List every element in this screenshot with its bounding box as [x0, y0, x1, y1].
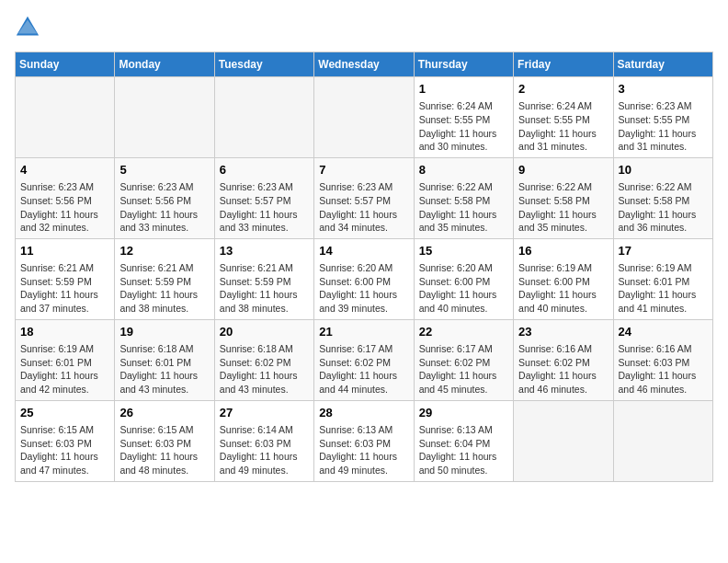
day-number: 21: [319, 324, 408, 340]
day-info: Sunrise: 6:23 AM Sunset: 5:57 PM Dayligh…: [220, 180, 309, 235]
day-info: Sunrise: 6:22 AM Sunset: 5:58 PM Dayligh…: [518, 180, 608, 235]
calendar-table: SundayMondayTuesdayWednesdayThursdayFrid…: [15, 52, 713, 482]
calendar-cell: 12Sunrise: 6:21 AM Sunset: 5:59 PM Dayli…: [115, 238, 214, 319]
day-number: 1: [419, 81, 508, 98]
calendar-cell: [514, 400, 613, 481]
logo-icon: [15, 15, 40, 40]
day-number: 19: [119, 324, 209, 340]
day-info: Sunrise: 6:17 AM Sunset: 6:02 PM Dayligh…: [419, 342, 508, 396]
day-info: Sunrise: 6:13 AM Sunset: 6:03 PM Dayligh…: [319, 423, 408, 477]
calendar-cell: 14Sunrise: 6:20 AM Sunset: 6:00 PM Dayli…: [314, 238, 414, 319]
calendar-cell: 13Sunrise: 6:21 AM Sunset: 5:59 PM Dayli…: [214, 238, 313, 319]
day-info: Sunrise: 6:15 AM Sunset: 6:03 PM Dayligh…: [20, 423, 109, 477]
day-info: Sunrise: 6:17 AM Sunset: 6:02 PM Dayligh…: [319, 342, 408, 396]
day-info: Sunrise: 6:16 AM Sunset: 6:03 PM Dayligh…: [619, 342, 708, 396]
day-number: 17: [619, 243, 708, 259]
calendar-cell: 6Sunrise: 6:23 AM Sunset: 5:57 PM Daylig…: [214, 157, 313, 238]
day-number: 29: [419, 405, 508, 421]
day-info: Sunrise: 6:19 AM Sunset: 6:01 PM Dayligh…: [619, 261, 708, 316]
calendar-cell: 26Sunrise: 6:15 AM Sunset: 6:03 PM Dayli…: [115, 400, 214, 481]
day-number: 23: [518, 324, 608, 340]
calendar-row: 25Sunrise: 6:15 AM Sunset: 6:03 PM Dayli…: [16, 400, 713, 481]
day-number: 28: [319, 405, 408, 421]
day-info: Sunrise: 6:18 AM Sunset: 6:01 PM Dayligh…: [119, 342, 209, 396]
logo: [15, 15, 44, 40]
calendar-cell: 15Sunrise: 6:20 AM Sunset: 6:00 PM Dayli…: [414, 238, 513, 319]
calendar-cell: 2Sunrise: 6:24 AM Sunset: 5:55 PM Daylig…: [514, 77, 613, 158]
day-number: 5: [119, 162, 209, 178]
day-number: 10: [619, 162, 708, 178]
calendar-cell: [214, 77, 313, 158]
calendar-row: 4Sunrise: 6:23 AM Sunset: 5:56 PM Daylig…: [16, 157, 713, 238]
calendar-cell: 10Sunrise: 6:22 AM Sunset: 5:58 PM Dayli…: [613, 157, 712, 238]
day-info: Sunrise: 6:24 AM Sunset: 5:55 PM Dayligh…: [518, 99, 608, 154]
calendar-cell: 9Sunrise: 6:22 AM Sunset: 5:58 PM Daylig…: [514, 157, 613, 238]
calendar-cell: [613, 400, 712, 481]
day-number: 12: [119, 243, 209, 259]
day-info: Sunrise: 6:23 AM Sunset: 5:56 PM Dayligh…: [20, 180, 109, 235]
calendar-cell: 17Sunrise: 6:19 AM Sunset: 6:01 PM Dayli…: [613, 238, 712, 319]
calendar-cell: 5Sunrise: 6:23 AM Sunset: 5:56 PM Daylig…: [115, 157, 214, 238]
svg-marker-1: [18, 20, 38, 34]
day-number: 24: [619, 324, 708, 340]
day-number: 8: [419, 162, 508, 178]
weekday-header-row: SundayMondayTuesdayWednesdayThursdayFrid…: [16, 52, 713, 77]
weekday-header-saturday: Saturday: [613, 52, 712, 77]
day-number: 4: [20, 162, 109, 178]
calendar-cell: 21Sunrise: 6:17 AM Sunset: 6:02 PM Dayli…: [314, 319, 414, 400]
day-number: 2: [518, 81, 608, 98]
day-info: Sunrise: 6:24 AM Sunset: 5:55 PM Dayligh…: [419, 99, 508, 154]
day-info: Sunrise: 6:22 AM Sunset: 5:58 PM Dayligh…: [619, 180, 708, 235]
calendar-cell: 1Sunrise: 6:24 AM Sunset: 5:55 PM Daylig…: [414, 77, 513, 158]
calendar-cell: [314, 77, 414, 158]
day-number: 9: [518, 162, 608, 178]
calendar-cell: 16Sunrise: 6:19 AM Sunset: 6:00 PM Dayli…: [514, 238, 613, 319]
calendar-cell: 22Sunrise: 6:17 AM Sunset: 6:02 PM Dayli…: [414, 319, 513, 400]
calendar-cell: 19Sunrise: 6:18 AM Sunset: 6:01 PM Dayli…: [115, 319, 214, 400]
calendar-cell: 24Sunrise: 6:16 AM Sunset: 6:03 PM Dayli…: [613, 319, 712, 400]
day-number: 11: [20, 243, 109, 259]
day-number: 13: [220, 243, 309, 259]
calendar-body: 1Sunrise: 6:24 AM Sunset: 5:55 PM Daylig…: [16, 77, 713, 482]
day-number: 3: [619, 81, 708, 98]
calendar-cell: 25Sunrise: 6:15 AM Sunset: 6:03 PM Dayli…: [16, 400, 115, 481]
day-number: 22: [419, 324, 508, 340]
weekday-header-tuesday: Tuesday: [214, 52, 313, 77]
calendar-cell: [16, 77, 115, 158]
day-info: Sunrise: 6:20 AM Sunset: 6:00 PM Dayligh…: [319, 261, 408, 316]
calendar-cell: 3Sunrise: 6:23 AM Sunset: 5:55 PM Daylig…: [613, 77, 712, 158]
day-number: 16: [518, 243, 608, 259]
weekday-header-friday: Friday: [514, 52, 613, 77]
day-info: Sunrise: 6:21 AM Sunset: 5:59 PM Dayligh…: [119, 261, 209, 316]
day-info: Sunrise: 6:23 AM Sunset: 5:57 PM Dayligh…: [319, 180, 408, 235]
weekday-header-sunday: Sunday: [16, 52, 115, 77]
day-info: Sunrise: 6:15 AM Sunset: 6:03 PM Dayligh…: [119, 423, 209, 477]
day-info: Sunrise: 6:22 AM Sunset: 5:58 PM Dayligh…: [419, 180, 508, 235]
day-info: Sunrise: 6:19 AM Sunset: 6:01 PM Dayligh…: [20, 342, 109, 396]
page-header: [15, 15, 713, 40]
calendar-cell: 11Sunrise: 6:21 AM Sunset: 5:59 PM Dayli…: [16, 238, 115, 319]
day-number: 26: [119, 405, 209, 421]
day-info: Sunrise: 6:21 AM Sunset: 5:59 PM Dayligh…: [20, 261, 109, 316]
calendar-cell: 4Sunrise: 6:23 AM Sunset: 5:56 PM Daylig…: [16, 157, 115, 238]
calendar-cell: 20Sunrise: 6:18 AM Sunset: 6:02 PM Dayli…: [214, 319, 313, 400]
day-number: 27: [220, 405, 309, 421]
day-number: 25: [20, 405, 109, 421]
day-info: Sunrise: 6:23 AM Sunset: 5:56 PM Dayligh…: [119, 180, 209, 235]
day-info: Sunrise: 6:14 AM Sunset: 6:03 PM Dayligh…: [220, 423, 309, 477]
calendar-cell: 27Sunrise: 6:14 AM Sunset: 6:03 PM Dayli…: [214, 400, 313, 481]
day-info: Sunrise: 6:19 AM Sunset: 6:00 PM Dayligh…: [518, 261, 608, 316]
calendar-cell: 7Sunrise: 6:23 AM Sunset: 5:57 PM Daylig…: [314, 157, 414, 238]
calendar-cell: 23Sunrise: 6:16 AM Sunset: 6:02 PM Dayli…: [514, 319, 613, 400]
weekday-header-thursday: Thursday: [414, 52, 513, 77]
weekday-header-monday: Monday: [115, 52, 214, 77]
day-info: Sunrise: 6:21 AM Sunset: 5:59 PM Dayligh…: [220, 261, 309, 316]
calendar-cell: 18Sunrise: 6:19 AM Sunset: 6:01 PM Dayli…: [16, 319, 115, 400]
day-info: Sunrise: 6:23 AM Sunset: 5:55 PM Dayligh…: [619, 99, 708, 154]
calendar-cell: 8Sunrise: 6:22 AM Sunset: 5:58 PM Daylig…: [414, 157, 513, 238]
calendar-cell: 28Sunrise: 6:13 AM Sunset: 6:03 PM Dayli…: [314, 400, 414, 481]
day-number: 18: [20, 324, 109, 340]
day-info: Sunrise: 6:16 AM Sunset: 6:02 PM Dayligh…: [518, 342, 608, 396]
day-info: Sunrise: 6:13 AM Sunset: 6:04 PM Dayligh…: [419, 423, 508, 477]
day-number: 20: [220, 324, 309, 340]
